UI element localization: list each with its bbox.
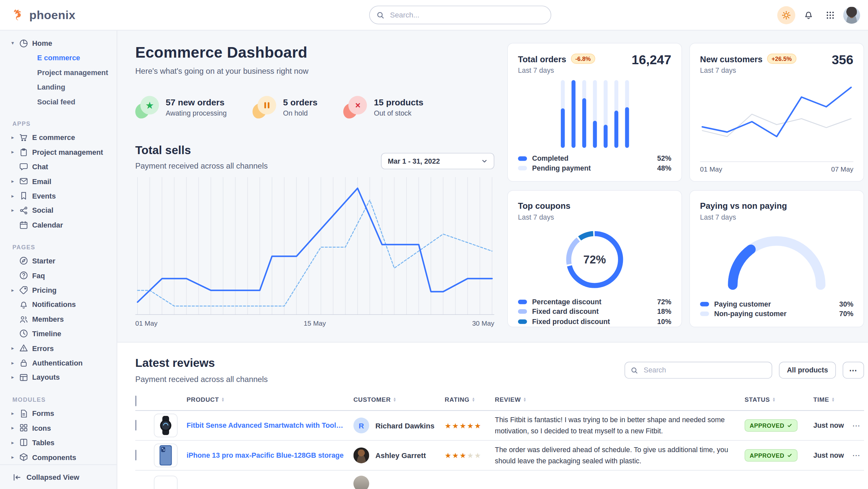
- more-options-button[interactable]: ⋯: [843, 362, 864, 378]
- customer-avatar: R: [353, 418, 369, 433]
- sidebar-item-forms[interactable]: ▸Forms: [8, 406, 112, 421]
- row-checkbox[interactable]: [135, 420, 136, 431]
- star-icon: ★: [135, 96, 159, 119]
- total-orders-card: Total orders -6.8% Last 7 days 16,247 Co…: [507, 43, 682, 182]
- sidebar-item-faq[interactable]: Faq: [8, 268, 112, 283]
- date-range-select[interactable]: Mar 1 - 31, 2022: [381, 153, 494, 169]
- sidebar-item-errors[interactable]: ▸Errors: [8, 341, 112, 356]
- sidebar-item-landing[interactable]: Landing: [8, 80, 112, 94]
- donut-center-label: 72%: [561, 226, 628, 293]
- chat-icon: [19, 162, 28, 171]
- row-checkbox[interactable]: [135, 450, 136, 461]
- sidebar-item-social[interactable]: ▸Social: [8, 203, 112, 218]
- column-header-product[interactable]: PRODUCT ▲▼: [186, 396, 353, 403]
- layout-icon: [19, 373, 28, 382]
- global-search-input[interactable]: [389, 10, 544, 20]
- caret-right-icon: ▸: [10, 179, 15, 184]
- user-avatar[interactable]: [843, 7, 860, 23]
- reviews-subtitle: Payment received across all channels: [135, 375, 268, 384]
- total-orders-legend: Completed52% Pending payment48%: [518, 153, 671, 173]
- legend-swatch: [518, 166, 527, 171]
- bell-icon: [804, 10, 813, 20]
- sidebar-item-project-management[interactable]: ▸Project management: [8, 145, 112, 160]
- reviews-header: Latest reviews Payment received across a…: [135, 356, 864, 384]
- card-title: Paying vs non paying: [700, 201, 787, 210]
- sidebar-item-pricing[interactable]: ▸Pricing: [8, 283, 112, 297]
- row-more-button[interactable]: ⋯: [852, 451, 860, 460]
- reviews-table: PRODUCT ▲▼CUSTOMER ▲▼RATING ▲▼REVIEW ▲▼S…: [135, 396, 864, 489]
- column-header-status[interactable]: STATUS ▲▼: [745, 396, 813, 403]
- collapse-icon: [12, 472, 21, 482]
- clock-icon: [19, 329, 28, 338]
- sidebar-item-chat[interactable]: Chat: [8, 160, 112, 174]
- legend-item-completed: Completed52%: [518, 153, 671, 163]
- x-axis-label: 01 May: [700, 165, 722, 173]
- search-icon: [631, 366, 638, 373]
- notifications-button[interactable]: [799, 6, 817, 24]
- product-link[interactable]: Fitbit Sense Advanced Smartwatch with To…: [186, 422, 353, 429]
- phoenix-logo-icon: [11, 8, 25, 22]
- sidebar-item-e-commerce[interactable]: ▸E commerce: [8, 131, 112, 145]
- total-sells-x-axis: 01 May15 May30 May: [135, 319, 494, 327]
- select-all-checkbox[interactable]: [135, 396, 136, 406]
- sidebar-item-icons[interactable]: ▸Icons: [8, 421, 112, 435]
- caret-right-icon: ▸: [10, 360, 15, 365]
- reviews-search-input[interactable]: [643, 366, 766, 374]
- sidebar-item-authentication[interactable]: ▸Authentication: [8, 356, 112, 370]
- caret-right-icon: ▸: [10, 411, 15, 416]
- column-header-rating[interactable]: RATING ▲▼: [445, 396, 495, 403]
- row-more-button[interactable]: ⋯: [852, 421, 860, 430]
- sidebar-item-home[interactable]: ▾Home: [8, 36, 112, 51]
- reviews-search[interactable]: [625, 362, 772, 378]
- sidebar-item-starter[interactable]: Starter: [8, 254, 112, 268]
- reviews-controls: All products ⋯: [625, 362, 864, 378]
- sidebar-item-notifications[interactable]: Notifications: [8, 297, 112, 312]
- legend-swatch: [518, 310, 527, 314]
- global-search[interactable]: [369, 6, 551, 24]
- table-row: Fitbit Sense Advanced Smartwatch with To…: [135, 411, 864, 441]
- caret-right-icon: ▸: [10, 346, 15, 351]
- card-period: Last 7 days: [518, 66, 671, 75]
- sort-icon: ▲▼: [393, 397, 397, 402]
- sidebar-item-timeline[interactable]: Timeline: [8, 326, 112, 341]
- legend-item-fixed-product-discount: Fixed product discount10%: [518, 316, 671, 326]
- sidebar-item-events[interactable]: ▸Events: [8, 189, 112, 203]
- sidebar-item-social-feed[interactable]: Social feed: [8, 94, 112, 109]
- check-icon: [787, 423, 793, 428]
- caret-right-icon: ▸: [10, 440, 15, 445]
- compass-icon: [19, 257, 28, 265]
- paying-gauge-chart: [700, 221, 853, 299]
- sidebar-item-components[interactable]: ▸Components: [8, 450, 112, 464]
- column-header-review[interactable]: REVIEW ▲▼: [495, 396, 745, 403]
- collapsed-view-button[interactable]: Collapsed View: [0, 464, 117, 489]
- all-products-button[interactable]: All products: [779, 362, 836, 378]
- theme-toggle-button[interactable]: [777, 6, 795, 24]
- sidebar-item-e-commerce[interactable]: E commerce: [8, 51, 112, 65]
- sidebar-item-calendar[interactable]: Calendar: [8, 218, 112, 232]
- column-header-customer[interactable]: CUSTOMER ▲▼: [353, 396, 445, 403]
- latest-reviews-section: Latest reviews Payment received across a…: [117, 342, 868, 489]
- sidebar-item-tables[interactable]: ▸Tables: [8, 435, 112, 450]
- sidebar-item-members[interactable]: Members: [8, 312, 112, 326]
- sidebar-item-project-management[interactable]: Project management: [8, 65, 112, 80]
- question-circle-icon: [19, 271, 28, 280]
- stats-row: ★ 57 new ordersAwating processing 5 orde…: [135, 96, 494, 119]
- sidebar-item-layouts[interactable]: ▸Layouts: [8, 370, 112, 384]
- top-navbar: phoenix: [0, 0, 868, 31]
- product-thumbnail[interactable]: [154, 443, 178, 467]
- product-thumbnail: [154, 476, 178, 489]
- product-link[interactable]: iPhone 13 pro max-Pacific Blue-128GB sto…: [186, 452, 353, 459]
- stat-out-of-stock: × 15 productsOut of stock: [343, 96, 423, 119]
- column-header-time[interactable]: TIME ▲▼: [813, 396, 852, 403]
- lock-icon: [19, 358, 28, 367]
- table-row: iPhone 13 pro max-Pacific Blue-128GB sto…: [135, 440, 864, 470]
- apps-grid-button[interactable]: [821, 6, 839, 24]
- product-thumbnail[interactable]: [154, 413, 178, 437]
- sidebar-section-label-apps: APPS: [12, 120, 112, 127]
- total-sells-header: Total sells Payment received across all …: [135, 143, 494, 170]
- top-coupons-card: Top coupons Last 7 days 72% Percentage d…: [507, 190, 682, 327]
- order-bar: [560, 80, 564, 148]
- check-icon: [787, 453, 793, 458]
- sidebar-item-email[interactable]: ▸Email: [8, 174, 112, 189]
- brand-logo[interactable]: phoenix: [11, 8, 75, 22]
